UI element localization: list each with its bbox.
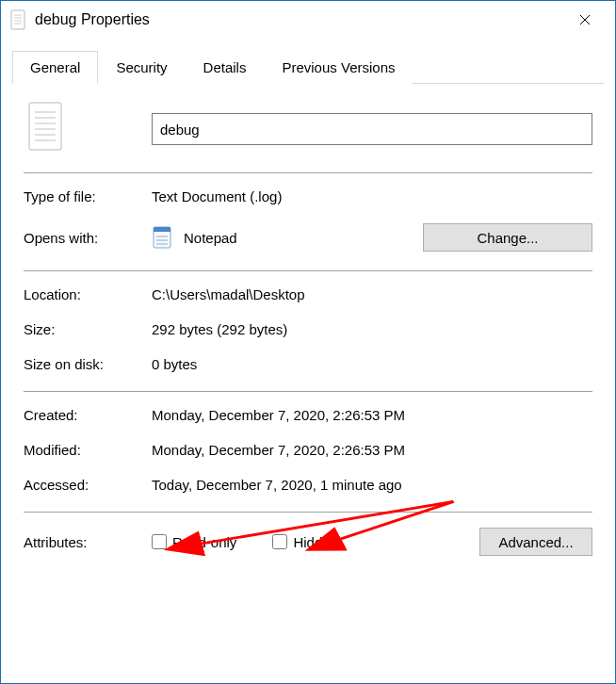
- readonly-label: Read-only: [172, 534, 236, 550]
- size-value: 292 bytes (292 bytes): [152, 321, 592, 337]
- advanced-button[interactable]: Advanced...: [479, 528, 592, 556]
- svg-rect-15: [154, 227, 170, 232]
- svg-rect-7: [29, 103, 61, 150]
- hidden-checkbox-wrap[interactable]: Hidden: [272, 534, 338, 550]
- notepad-icon: [152, 224, 174, 251]
- separator: [24, 391, 592, 392]
- modified-value: Monday, December 7, 2020, 2:26:53 PM: [152, 442, 592, 458]
- close-icon: [579, 14, 591, 25]
- accessed-value: Today, December 7, 2020, 1 minute ago: [152, 477, 592, 493]
- filename-input[interactable]: [152, 113, 592, 145]
- separator: [24, 270, 592, 271]
- svg-rect-0: [11, 10, 24, 29]
- size-label: Size:: [24, 321, 152, 337]
- location-label: Location:: [24, 286, 152, 302]
- created-label: Created:: [24, 407, 152, 423]
- content-area: General Security Details Previous Versio…: [1, 39, 615, 582]
- change-button[interactable]: Change...: [423, 223, 592, 252]
- location-value: C:\Users\madal\Desktop: [152, 286, 592, 302]
- accessed-label: Accessed:: [24, 477, 152, 493]
- size-on-disk-label: Size on disk:: [24, 356, 152, 372]
- general-panel: Type of file: Text Document (.log) Opens…: [12, 84, 604, 571]
- hidden-checkbox[interactable]: [272, 534, 287, 549]
- opens-with-value: Notepad: [184, 230, 423, 246]
- close-button[interactable]: [564, 6, 606, 34]
- tab-previous-versions[interactable]: Previous Versions: [264, 51, 413, 84]
- type-of-file-value: Text Document (.log): [152, 188, 592, 204]
- properties-window: debug Properties General Security Detail…: [0, 0, 616, 684]
- tab-details[interactable]: Details: [186, 51, 265, 84]
- tab-strip: General Security Details Previous Versio…: [12, 50, 604, 84]
- type-of-file-label: Type of file:: [24, 188, 152, 204]
- readonly-checkbox-wrap[interactable]: Read-only: [152, 534, 236, 550]
- modified-label: Modified:: [24, 442, 152, 458]
- document-icon: [10, 9, 27, 30]
- tab-security[interactable]: Security: [98, 51, 185, 84]
- separator: [24, 172, 592, 173]
- hidden-label: Hidden: [293, 534, 338, 550]
- file-icon: [24, 101, 69, 157]
- size-on-disk-value: 0 bytes: [152, 356, 592, 372]
- titlebar: debug Properties: [1, 1, 615, 39]
- window-title: debug Properties: [35, 11, 564, 28]
- separator: [24, 512, 592, 513]
- tab-general[interactable]: General: [12, 51, 98, 84]
- created-value: Monday, December 7, 2020, 2:26:53 PM: [152, 407, 592, 423]
- opens-with-label: Opens with:: [24, 230, 152, 246]
- readonly-checkbox[interactable]: [152, 534, 167, 549]
- attributes-label: Attributes:: [24, 534, 152, 550]
